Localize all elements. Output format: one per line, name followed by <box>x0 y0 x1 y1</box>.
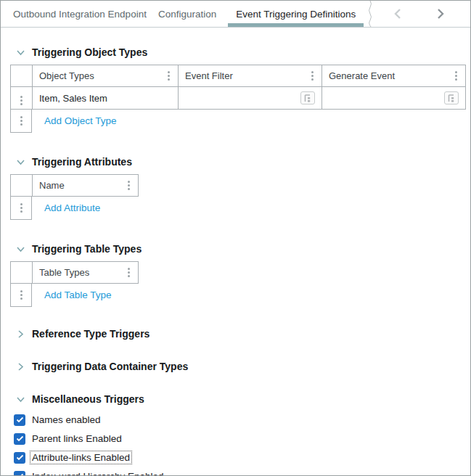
column-label: Generate Event <box>329 70 395 81</box>
chevron-left-icon <box>393 8 403 20</box>
tab-configuration[interactable]: Configuration <box>158 1 216 27</box>
row-handle-icon <box>19 202 24 214</box>
table-types-table: Table Types <box>10 261 139 284</box>
section-title: Reference Type Triggers <box>32 328 150 340</box>
section-header-triggering-data-container-types[interactable]: Triggering Data Container Types <box>15 361 470 372</box>
hierarchy-picker-button[interactable] <box>444 91 459 104</box>
checkbox-row-names-enabled[interactable]: Names enabled <box>14 414 470 426</box>
corner-cell <box>11 262 33 284</box>
row-handle-icon <box>19 289 24 301</box>
tab-event-triggering-definitions[interactable]: Event Triggering Definitions <box>228 1 364 27</box>
outbound-integration-endpoint-panel: Outbound Integration Endpoint Configurat… <box>0 0 471 476</box>
row-handle[interactable] <box>10 109 32 133</box>
event-filter-cell[interactable] <box>179 87 322 110</box>
column-menu-icon[interactable] <box>454 70 459 82</box>
checkbox-row-parent-links-enabled[interactable]: Parent links Enabled <box>14 432 470 445</box>
column-header-name[interactable]: Name <box>33 175 139 197</box>
collapse-chevron-icon <box>15 47 26 58</box>
column-header-object-types[interactable]: Object Types <box>33 65 179 87</box>
object-types-table: Object Types Event Filter Generate Event <box>10 65 466 110</box>
tab-scroll-right-button[interactable] <box>429 3 451 25</box>
row-handle[interactable] <box>10 283 32 307</box>
row-handle-icon <box>19 94 24 107</box>
checked-checkbox-icon[interactable] <box>14 452 25 464</box>
column-menu-icon[interactable] <box>126 266 131 279</box>
tab-scroll-left-button[interactable] <box>387 3 409 25</box>
attributes-header-row: Name <box>11 175 139 197</box>
object-types-data-row: Item, Sales Item <box>11 87 466 110</box>
section-title: Triggering Data Container Types <box>32 361 188 372</box>
tab-outbound-integration-endpoint[interactable]: Outbound Integration Endpoint <box>13 1 147 27</box>
checkbox-label: Index-word Hierarchy Enabled <box>30 470 165 476</box>
collapse-chevron-icon <box>15 394 26 405</box>
row-handle[interactable] <box>10 196 32 220</box>
section-header-triggering-attributes[interactable]: Triggering Attributes <box>15 156 470 168</box>
checked-checkbox-icon[interactable] <box>14 433 25 445</box>
generate-event-cell[interactable] <box>322 87 466 110</box>
tab-overflow-divider-icon <box>366 1 374 27</box>
row-handle-icon <box>19 115 24 127</box>
checkbox-label: Attribute-links Enabled <box>30 451 131 464</box>
corner-cell <box>11 175 33 197</box>
attributes-table: Name <box>10 174 139 197</box>
hierarchy-picker-icon <box>303 94 312 102</box>
section-title: Triggering Object Types <box>32 46 147 58</box>
add-attribute-row: Add Attribute <box>10 196 470 220</box>
section-title: Triggering Table Types <box>32 243 142 255</box>
section-title: Triggering Attributes <box>32 156 132 168</box>
checkbox-row-attribute-links-enabled[interactable]: Attribute-links Enabled <box>14 451 470 464</box>
add-table-type-button[interactable]: Add Table Type <box>44 283 112 307</box>
column-menu-icon[interactable] <box>166 70 171 82</box>
column-menu-icon[interactable] <box>126 179 131 192</box>
section-header-triggering-object-types[interactable]: Triggering Object Types <box>15 46 470 58</box>
section-header-reference-type-triggers[interactable]: Reference Type Triggers <box>15 328 470 340</box>
tab-bar: Outbound Integration Endpoint Configurat… <box>1 1 470 28</box>
checked-checkbox-icon[interactable] <box>14 414 25 426</box>
add-table-type-row: Add Table Type <box>10 283 470 307</box>
checkbox-label: Parent links Enabled <box>30 432 123 445</box>
hierarchy-picker-button[interactable] <box>300 91 315 104</box>
add-object-type-button[interactable]: Add Object Type <box>44 109 117 133</box>
checked-checkbox-icon[interactable] <box>14 471 25 476</box>
checkbox-label: Names enabled <box>30 414 102 426</box>
row-handle[interactable] <box>11 87 33 110</box>
checkbox-row-index-word-hierarchy-enabled[interactable]: Index-word Hierarchy Enabled <box>14 470 470 476</box>
hierarchy-picker-icon <box>447 94 456 102</box>
section-header-miscellaneous-triggers[interactable]: Miscellaneous Triggers <box>15 393 470 405</box>
column-label: Name <box>39 180 65 191</box>
column-header-event-filter[interactable]: Event Filter <box>179 65 322 87</box>
column-menu-icon[interactable] <box>310 70 315 82</box>
corner-cell <box>11 65 33 87</box>
add-attribute-button[interactable]: Add Attribute <box>44 196 100 220</box>
add-object-type-row: Add Object Type <box>10 109 470 133</box>
collapse-chevron-icon <box>15 244 26 255</box>
expand-chevron-icon <box>15 361 26 372</box>
chevron-right-icon <box>435 8 445 20</box>
object-types-cell[interactable]: Item, Sales Item <box>33 87 179 110</box>
column-header-generate-event[interactable]: Generate Event <box>322 65 466 87</box>
expand-chevron-icon <box>15 329 26 340</box>
miscellaneous-triggers-checkbox-group: Names enabled Parent links Enabled Attri… <box>10 414 470 476</box>
column-label: Object Types <box>39 70 94 81</box>
column-label: Table Types <box>39 267 89 278</box>
table-types-header-row: Table Types <box>11 262 139 284</box>
section-header-triggering-table-types[interactable]: Triggering Table Types <box>15 243 470 255</box>
section-title: Miscellaneous Triggers <box>32 393 144 405</box>
column-header-table-types[interactable]: Table Types <box>33 262 139 284</box>
collapse-chevron-icon <box>15 157 26 168</box>
object-types-header-row: Object Types Event Filter Generate Event <box>11 65 466 87</box>
column-label: Event Filter <box>185 70 233 81</box>
